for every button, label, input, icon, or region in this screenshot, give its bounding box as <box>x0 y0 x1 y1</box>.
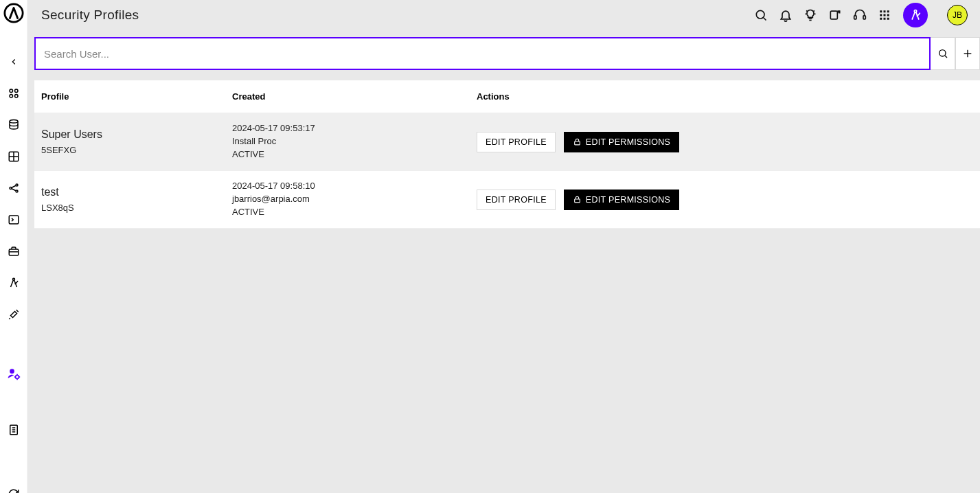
profile-id: 5SEFXG <box>41 145 225 155</box>
svg-point-2 <box>14 89 18 93</box>
table-row[interactable]: Super Users 5SEFXG 2024-05-17 09:53:17 I… <box>34 113 980 171</box>
cell-actions: EDIT PROFILE EDIT PERMISSIONS <box>470 190 980 210</box>
sidebar-nav <box>0 36 27 493</box>
edit-permissions-button[interactable]: EDIT PERMISSIONS <box>564 190 679 210</box>
svg-rect-52 <box>575 199 580 203</box>
svg-line-32 <box>806 10 807 11</box>
svg-rect-42 <box>887 14 889 16</box>
cell-created: 2024-05-17 09:53:17 Install Proc ACTIVE <box>225 122 470 161</box>
created-at: 2024-05-17 09:58:10 <box>232 180 470 193</box>
svg-rect-40 <box>880 14 882 16</box>
svg-point-46 <box>914 10 916 12</box>
edit-profile-button[interactable]: EDIT PROFILE <box>477 132 556 152</box>
edit-permissions-label: EDIT PERMISSIONS <box>586 137 670 147</box>
cell-actions: EDIT PROFILE EDIT PERMISSIONS <box>470 132 980 152</box>
col-profile: Profile <box>34 91 225 102</box>
edit-permissions-button[interactable]: EDIT PERMISSIONS <box>564 132 679 152</box>
toolbox-icon[interactable] <box>5 243 22 260</box>
profile-id: LSX8qS <box>41 203 225 213</box>
cell-profile: test LSX8qS <box>34 186 225 213</box>
database-icon[interactable] <box>5 117 22 133</box>
page-title: Security Profiles <box>41 8 139 23</box>
svg-point-0 <box>4 4 22 22</box>
svg-rect-43 <box>880 18 882 20</box>
export-icon[interactable] <box>828 8 843 23</box>
svg-point-10 <box>16 184 18 186</box>
collapse-icon[interactable] <box>5 54 22 70</box>
compass-tool-icon[interactable] <box>5 275 22 291</box>
profile-name: test <box>41 186 225 198</box>
lock-icon <box>573 137 582 146</box>
created-by: Install Proc <box>232 135 470 148</box>
workspace-chip[interactable] <box>903 3 928 27</box>
users-settings-icon[interactable] <box>5 365 22 382</box>
main: Security Profiles <box>27 0 980 493</box>
tools-icon[interactable] <box>5 306 22 323</box>
terminal-icon[interactable] <box>5 211 22 228</box>
document-icon[interactable] <box>5 422 22 438</box>
add-button[interactable] <box>955 37 980 70</box>
svg-rect-37 <box>880 10 882 12</box>
svg-line-33 <box>814 10 814 11</box>
svg-point-9 <box>10 187 12 190</box>
svg-point-17 <box>12 278 14 280</box>
profile-name: Super Users <box>41 128 225 141</box>
edit-profile-button[interactable]: EDIT PROFILE <box>477 190 556 210</box>
apps-grid-icon[interactable] <box>877 8 892 23</box>
svg-point-4 <box>14 95 18 98</box>
col-actions: Actions <box>470 91 980 102</box>
sidebar <box>0 0 27 493</box>
edit-permissions-label: EDIT PERMISSIONS <box>586 195 670 205</box>
content: Profile Created Actions Super Users 5SEF… <box>27 30 980 493</box>
svg-point-1 <box>10 89 13 93</box>
svg-line-12 <box>12 185 16 187</box>
svg-rect-45 <box>887 18 889 20</box>
header-toolbar: JB <box>753 3 980 27</box>
svg-rect-36 <box>863 16 865 19</box>
profiles-table: Profile Created Actions Super Users 5SEF… <box>34 80 980 229</box>
cell-created: 2024-05-17 09:58:10 jbarrios@arpia.com A… <box>225 180 470 219</box>
svg-line-13 <box>12 189 16 191</box>
table-header: Profile Created Actions <box>34 80 980 113</box>
bell-icon[interactable] <box>778 8 793 23</box>
svg-point-19 <box>15 376 19 379</box>
avatar[interactable]: JB <box>947 5 968 25</box>
support-icon[interactable] <box>852 8 867 23</box>
lock-icon <box>573 195 582 204</box>
svg-rect-41 <box>884 14 886 16</box>
refresh-icon[interactable] <box>5 486 22 493</box>
search-input[interactable] <box>34 37 931 70</box>
svg-point-3 <box>10 95 13 98</box>
svg-point-28 <box>756 10 764 19</box>
search-button[interactable] <box>931 37 955 70</box>
svg-point-5 <box>10 120 18 124</box>
header: Security Profiles <box>27 0 980 30</box>
svg-line-48 <box>945 56 947 58</box>
modules-icon[interactable] <box>5 85 22 102</box>
app-logo[interactable] <box>3 3 24 23</box>
svg-point-11 <box>16 190 18 192</box>
created-at: 2024-05-17 09:53:17 <box>232 122 470 135</box>
search-row <box>34 37 980 70</box>
created-by: jbarrios@arpia.com <box>232 193 470 206</box>
svg-line-29 <box>764 18 766 21</box>
svg-rect-34 <box>830 11 837 19</box>
svg-rect-39 <box>887 10 889 12</box>
grid-icon[interactable] <box>5 148 22 165</box>
search-icon[interactable] <box>753 8 768 23</box>
svg-rect-51 <box>575 141 580 145</box>
svg-rect-35 <box>854 16 856 19</box>
status: ACTIVE <box>232 148 470 161</box>
svg-point-18 <box>10 369 14 374</box>
share-icon[interactable] <box>5 180 22 196</box>
svg-rect-38 <box>884 10 886 12</box>
table-row[interactable]: test LSX8qS 2024-05-17 09:58:10 jbarrios… <box>34 171 980 229</box>
col-created: Created <box>225 91 470 102</box>
edit-profile-label: EDIT PROFILE <box>486 195 547 205</box>
edit-profile-label: EDIT PROFILE <box>486 137 547 147</box>
svg-rect-44 <box>884 18 886 20</box>
cell-profile: Super Users 5SEFXG <box>34 128 225 155</box>
avatar-initials: JB <box>953 10 962 20</box>
status: ACTIVE <box>232 206 470 219</box>
idea-icon[interactable] <box>803 8 818 23</box>
